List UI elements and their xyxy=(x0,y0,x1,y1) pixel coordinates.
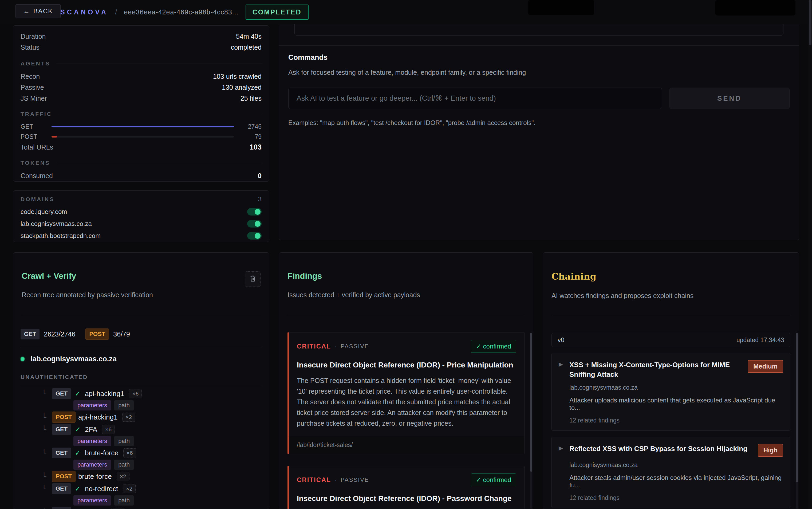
agent-row: JS Miner 25 files xyxy=(21,93,261,104)
finding-card-header: CRITICAL · PASSIVE ✓ confirmed xyxy=(297,340,516,353)
tree-row[interactable]: └ GET ✓ api-hacking1 ×6 xyxy=(21,387,261,400)
finding-path: /lab/idor/ticket-sales/ xyxy=(289,436,524,454)
status-badge: COMPLETED xyxy=(246,4,309,20)
token-value: 0 xyxy=(258,172,261,180)
chain-severity-badge: Medium xyxy=(748,360,783,373)
run-id: eee36eea-42ea-469c-a98b-4cc83... xyxy=(124,8,239,16)
token-row: Consumed 0 xyxy=(21,170,261,181)
parameters-tag: parameters xyxy=(73,436,111,446)
chain-version: v0 xyxy=(558,336,564,344)
clear-tree-button[interactable] xyxy=(245,271,260,287)
verified-check-icon: ✓ xyxy=(75,389,81,398)
brand-logo[interactable]: SCANOVA xyxy=(60,8,108,16)
expand-triangle-icon[interactable]: ▶ xyxy=(559,444,569,451)
tree-count-badge: ×6 xyxy=(102,425,115,434)
agent-label: JS Miner xyxy=(21,95,47,102)
chaining-title: Chaining xyxy=(552,271,790,282)
path-tag: path xyxy=(114,400,134,410)
back-arrow-icon: ← xyxy=(23,7,30,15)
domain-row: stackpath.bootstrapcdn.com xyxy=(21,230,261,242)
tree-method-badge: GET xyxy=(52,507,71,509)
tree-elbow-icon: └ xyxy=(42,449,52,457)
domain-toggle[interactable] xyxy=(247,220,261,228)
scrollbar-thumb[interactable] xyxy=(530,333,532,472)
tokens-section-header: TOKENS xyxy=(21,160,261,166)
chain-title: XSS + Missing X-Content-Type-Options for… xyxy=(569,360,748,379)
agents-section-label: AGENTS xyxy=(21,60,50,67)
commands-title: Commands xyxy=(288,54,789,62)
tree-node-name: brute-force xyxy=(85,449,118,457)
tree-count-badge: ×2 xyxy=(117,472,130,481)
chain-card[interactable]: ▶ XSS + Missing X-Content-Type-Options f… xyxy=(552,353,790,431)
command-input[interactable] xyxy=(288,88,662,109)
tree-row[interactable]: └ POST brute-force ×2 xyxy=(21,470,261,482)
tree-node-name: 2FA xyxy=(85,426,97,434)
crawl-verify-panel: Crawl + Verify Recon tree annotated by p… xyxy=(13,252,269,509)
tree-method-badge: GET xyxy=(52,388,71,399)
domain-row: code.jquery.com xyxy=(21,206,261,218)
chain-description: Attacker steals admin/user session cooki… xyxy=(569,474,783,489)
finding-card[interactable]: CRITICAL · PASSIVE ✓ confirmed Insecure … xyxy=(287,466,525,509)
findings-scrollbar[interactable] xyxy=(530,333,532,509)
tree-elbow-icon: └ xyxy=(42,485,52,493)
path-tag: path xyxy=(114,496,134,506)
expand-triangle-icon[interactable]: ▶ xyxy=(559,360,569,368)
total-urls-label: Total URLs xyxy=(21,143,53,151)
page-scrollbar[interactable] xyxy=(808,0,812,509)
severity-label: CRITICAL xyxy=(297,343,331,350)
parameters-tag: parameters xyxy=(73,460,111,470)
commands-block: Commands Ask for focused testing of a fe… xyxy=(288,54,789,127)
chaining-scrollbar[interactable] xyxy=(796,333,798,509)
tree-tags-row: parameters path xyxy=(21,459,261,470)
tree-node: └ GET ✓ api-hacking1 ×6 parameters path xyxy=(21,387,261,411)
back-button[interactable]: ← BACK xyxy=(15,4,61,18)
method-counters: GET 2623/2746 POST 36/79 xyxy=(21,329,261,340)
findings-header: Findings Issues detected + verified by a… xyxy=(279,252,533,315)
tree-count-badge: ×2 xyxy=(123,484,136,493)
findings-subtitle: Issues detected + verified by active pay… xyxy=(287,291,525,299)
get-badge: GET xyxy=(21,329,39,339)
send-button[interactable]: SEND xyxy=(669,88,789,109)
domain-toggle[interactable] xyxy=(247,232,261,240)
tree-node: └ GET ✓ bypass ×7 parameters path xyxy=(21,506,261,509)
verified-check-icon: ✓ xyxy=(75,485,81,493)
domain-toggle[interactable] xyxy=(247,208,261,215)
tree-node: └ GET ✓ brute-force ×6 parameters path xyxy=(21,447,261,470)
chain-card-header: ▶ Reflected XSS with CSP Bypass for Sess… xyxy=(559,444,783,457)
scrollbar-thumb[interactable] xyxy=(796,333,798,482)
breadcrumb: SCANOVA / eee36eea-42ea-469c-a98b-4cc83.… xyxy=(60,0,309,24)
finding-card[interactable]: CRITICAL · PASSIVE ✓ confirmed Insecure … xyxy=(287,332,525,454)
tree-count-badge: ×7 xyxy=(112,508,125,509)
domain-name: code.jquery.com xyxy=(21,208,67,215)
stat-row: Duration 54m 40s xyxy=(21,31,261,42)
traffic-count: 2746 xyxy=(240,123,261,130)
tree-node: └ POST api-hacking1 ×2 xyxy=(21,411,261,423)
breadcrumb-separator: / xyxy=(115,8,117,16)
separator-dot: · xyxy=(335,476,337,484)
back-button-label: BACK xyxy=(33,7,53,15)
traffic-method-label: POST xyxy=(21,133,45,140)
token-label: Consumed xyxy=(21,172,53,180)
page-scrollbar-thumb[interactable] xyxy=(809,0,811,45)
tree-row[interactable]: └ GET ✓ 2FA ×6 xyxy=(21,423,261,436)
post-badge: POST xyxy=(85,329,109,340)
tree-row[interactable]: └ POST api-hacking1 ×2 xyxy=(21,411,261,423)
agents-section-header: AGENTS xyxy=(21,60,261,67)
stat-label: Status xyxy=(21,43,39,51)
crawl-body: GET 2623/2746 POST 36/79 lab.cognisysvma… xyxy=(13,329,269,509)
tree-elbow-icon: └ xyxy=(42,508,52,509)
tree-method-badge: GET xyxy=(52,483,71,494)
traffic-section-header: TRAFFIC xyxy=(21,111,261,117)
chain-card[interactable]: ▶ Reflected XSS with CSP Bypass for Sess… xyxy=(552,437,790,508)
tree-tags-row: parameters path xyxy=(21,400,261,411)
tree-row[interactable]: └ GET ✓ bypass ×7 xyxy=(21,506,261,509)
tree-row[interactable]: └ GET ✓ no-redirect ×2 xyxy=(21,482,261,495)
verified-check-icon: ✓ xyxy=(75,449,81,457)
tree-node: └ GET ✓ no-redirect ×2 parameters path xyxy=(21,482,261,506)
recon-tree: └ GET ✓ api-hacking1 ×6 parameters path xyxy=(21,387,261,509)
host-row[interactable]: lab.cognisysvmaas.co.za xyxy=(21,355,261,363)
tree-elbow-icon: └ xyxy=(42,472,52,481)
chain-card-header: ▶ XSS + Missing X-Content-Type-Options f… xyxy=(559,360,783,379)
chain-host: lab.cognisysvmaas.co.za xyxy=(569,384,783,391)
tree-row[interactable]: └ GET ✓ brute-force ×6 xyxy=(21,447,261,459)
